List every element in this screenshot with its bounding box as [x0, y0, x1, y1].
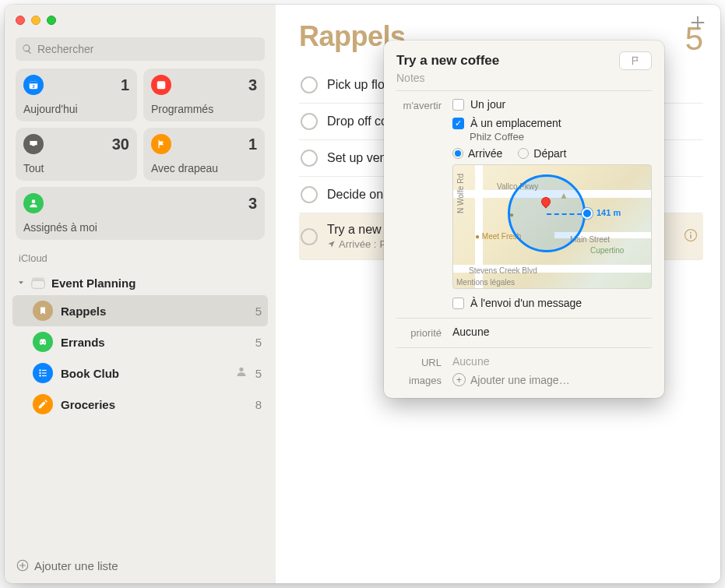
plus-circle-icon: +: [452, 373, 466, 386]
search-input[interactable]: Rechercher: [16, 37, 265, 61]
list-errands[interactable]: Errands 5: [12, 326, 268, 357]
flag-icon: [151, 134, 171, 154]
notes-field[interactable]: Notes: [396, 72, 652, 84]
at-a-location-checkbox[interactable]: ✓À un emplacement: [452, 117, 652, 129]
popover-title[interactable]: Try a new coffee: [396, 53, 499, 69]
list-book-club[interactable]: Book Club 5: [12, 357, 268, 389]
search-icon: [22, 44, 33, 55]
svg-rect-17: [690, 234, 692, 238]
window-controls: [5, 12, 276, 33]
info-circle-icon: [683, 227, 699, 243]
smart-lists: 2 1 Aujourd'hui 3 Programmés: [5, 69, 276, 240]
smart-flagged[interactable]: 1 Avec drapeau: [143, 128, 265, 181]
flag-toggle-button[interactable]: [619, 51, 652, 70]
list-group-event-planning[interactable]: Event Planning: [12, 270, 268, 295]
sidebar-section-header: iCloud: [5, 240, 276, 267]
person-icon: [23, 193, 44, 213]
plus-icon: [689, 14, 706, 31]
shared-icon: [235, 365, 248, 381]
add-list-button[interactable]: Ajouter une liste: [5, 549, 276, 583]
complete-toggle[interactable]: [301, 150, 318, 167]
svg-point-13: [239, 368, 243, 371]
complete-toggle[interactable]: [301, 113, 318, 130]
flag-icon: [630, 55, 641, 66]
chevron-down-icon: [17, 279, 25, 287]
pencil-icon: [33, 394, 53, 414]
list-rappels[interactable]: Rappels 5: [12, 295, 268, 326]
folder-stack-icon: [30, 275, 47, 290]
svg-point-16: [690, 231, 692, 233]
svg-rect-8: [42, 370, 47, 371]
svg-point-9: [39, 372, 40, 374]
smart-all[interactable]: 30 Tout: [16, 128, 137, 181]
remind-me-label: m'avertir: [396, 98, 442, 111]
list-groceries[interactable]: Groceries 8: [12, 389, 268, 420]
smart-assigned[interactable]: 3 Assignés à moi: [16, 187, 265, 240]
url-field[interactable]: Aucune: [452, 355, 652, 368]
smart-today[interactable]: 2 1 Aujourd'hui: [16, 69, 137, 121]
leaving-radio[interactable]: Départ: [518, 147, 566, 160]
svg-rect-1: [30, 81, 38, 83]
map-legal-link[interactable]: Mentions légales: [456, 278, 515, 287]
geofence-radius-handle[interactable]: [582, 208, 593, 219]
location-map[interactable]: Vallco Pkwy N Wolfe Rd Main Street Steve…: [452, 164, 652, 289]
priority-select[interactable]: Aucune: [452, 326, 652, 338]
smart-scheduled[interactable]: 3 Programmés: [143, 69, 265, 121]
geofence-radius-value: 141 m: [597, 208, 621, 217]
tray-icon: [23, 134, 44, 154]
on-a-day-checkbox[interactable]: Un jour: [452, 98, 652, 111]
plus-circle-icon: [16, 558, 30, 572]
minimize-window-button[interactable]: [31, 16, 40, 25]
svg-point-4: [32, 199, 36, 203]
svg-point-7: [39, 369, 40, 371]
location-arrow-icon: [327, 240, 336, 248]
lists: Event Planning Rappels 5 Errands 5 Book …: [5, 267, 276, 420]
calendar-day-icon: 2: [23, 75, 44, 95]
add-reminder-button[interactable]: [686, 11, 709, 34]
svg-rect-6: [32, 280, 45, 288]
svg-rect-3: [157, 81, 166, 89]
reminders-window: Rechercher 2 1 Aujourd'hui 3: [5, 5, 720, 583]
when-messaging-checkbox[interactable]: À l'envoi d'un message: [452, 297, 652, 309]
bookmark-icon: [33, 301, 53, 321]
complete-toggle[interactable]: [301, 186, 318, 203]
complete-toggle[interactable]: [301, 228, 318, 245]
svg-rect-10: [42, 372, 47, 373]
arriving-radio[interactable]: Arrivée: [452, 147, 502, 160]
sidebar: Rechercher 2 1 Aujourd'hui 3: [5, 5, 276, 583]
location-value[interactable]: Philz Coffee: [470, 131, 652, 143]
svg-rect-12: [42, 375, 47, 376]
close-window-button[interactable]: [16, 16, 25, 25]
complete-toggle[interactable]: [301, 76, 318, 93]
reminder-details-popover: Try a new coffee Notes m'avertir Un jour…: [384, 40, 664, 398]
list-bullet-icon: [33, 363, 53, 383]
zoom-window-button[interactable]: [47, 16, 56, 25]
info-button[interactable]: [683, 227, 699, 246]
search-placeholder: Rechercher: [37, 43, 93, 55]
car-icon: [33, 332, 53, 352]
svg-point-11: [39, 375, 40, 376]
add-image-button[interactable]: + Ajouter une image…: [452, 373, 652, 386]
calendar-icon: [151, 75, 171, 95]
